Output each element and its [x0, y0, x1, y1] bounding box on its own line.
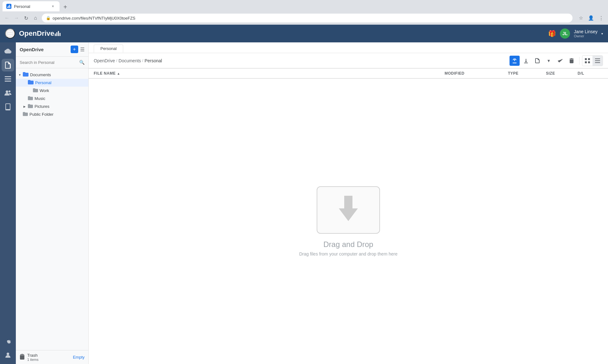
user-full-name: Jane Linsey — [574, 29, 598, 34]
folder-icon-pictures — [28, 104, 33, 109]
hamburger-button[interactable]: ☰ — [5, 28, 15, 39]
folder-icon-documents — [23, 72, 28, 77]
expand-arrow-pictures: ▶ — [23, 105, 28, 108]
delete-button[interactable] — [567, 56, 577, 66]
content-area: Personal OpenDrive / Documents / Persona… — [89, 42, 608, 364]
column-header-type[interactable]: TYPE — [508, 71, 546, 76]
column-header-size[interactable]: SIZE — [546, 71, 578, 76]
logo-text: OpenDrive — [19, 29, 54, 38]
view-toggle-group — [582, 55, 603, 66]
svg-rect-11 — [6, 104, 10, 109]
check-button[interactable] — [555, 56, 565, 66]
browser-actions: ☆ 👤 ⋮ — [576, 14, 605, 22]
sidebar-item-cloud[interactable] — [2, 45, 14, 58]
download-button[interactable] — [521, 56, 531, 66]
empty-trash-button[interactable]: Empty — [73, 355, 85, 360]
main-layout: OpenDrive + ☰ 🔍 ▼ — [0, 42, 608, 364]
tree-item-public-folder[interactable]: Public Folder — [16, 110, 88, 118]
dropdown-arrow-icon: ▾ — [548, 58, 550, 64]
search-box: 🔍 — [16, 57, 88, 68]
svg-rect-5 — [5, 76, 11, 77]
tree-label-documents: Documents — [30, 72, 86, 77]
home-button[interactable]: ⌂ — [31, 14, 40, 22]
tab-close-button[interactable]: × — [50, 3, 56, 9]
drag-drop-area[interactable]: Drag and Drop Drag files from your compu… — [89, 79, 608, 364]
drag-drop-arrow-icon — [336, 196, 361, 224]
forward-button[interactable]: → — [12, 14, 21, 22]
browser-frame: Personal × + ← → ↻ ⌂ 🔒 opendrive.com/fil… — [0, 0, 608, 364]
new-tab-button[interactable]: + — [61, 3, 70, 11]
user-avatar[interactable]: JL — [560, 28, 570, 39]
sidebar-icon-panel — [0, 42, 16, 364]
back-button[interactable]: ← — [3, 14, 11, 22]
column-header-name[interactable]: FILE NAME ▲ — [94, 71, 445, 76]
tree-label-pictures: Pictures — [35, 104, 86, 109]
svg-rect-14 — [585, 58, 587, 60]
sidebar-item-list[interactable] — [2, 73, 14, 85]
new-file-button[interactable] — [532, 56, 542, 66]
drag-drop-box — [317, 186, 380, 234]
tree-item-documents[interactable]: ▼ Documents — [16, 71, 88, 79]
drag-drop-subtitle: Drag files from your computer and drop t… — [299, 251, 397, 256]
grid-view-button[interactable] — [582, 56, 592, 66]
sidebar-item-settings[interactable] — [2, 335, 14, 348]
trash-title: Trash — [27, 353, 70, 358]
user-role: Owner — [574, 34, 598, 38]
panel-title: OpenDrive — [20, 47, 69, 52]
tree-item-music[interactable]: Music — [16, 95, 88, 102]
sidebar-item-files[interactable] — [2, 59, 14, 71]
new-file-dropdown-button[interactable]: ▾ — [544, 56, 554, 66]
sidebar-item-account[interactable] — [2, 349, 14, 361]
list-view-button[interactable] — [592, 56, 603, 66]
tab-indicator-bar: Personal — [89, 42, 608, 53]
column-header-modified[interactable]: MODIFIED — [445, 71, 508, 76]
personal-tab[interactable]: Personal — [94, 45, 123, 53]
tree-item-pictures[interactable]: ▶ Pictures — [16, 102, 88, 110]
panel-header: OpenDrive + ☰ — [16, 42, 88, 57]
trash-icon — [20, 354, 25, 361]
content-toolbar: Personal OpenDrive / Documents / Persona… — [89, 42, 608, 69]
tree-item-personal[interactable]: Personal — [16, 79, 88, 87]
tree-item-work[interactable]: Work — [16, 87, 88, 95]
address-bar[interactable]: 🔒 opendrive.com/files/NTVfNTIyMjU0X0toeF… — [42, 14, 573, 22]
search-input[interactable] — [20, 60, 77, 65]
svg-point-8 — [6, 90, 8, 93]
file-list-body: Drag and Drop Drag files from your compu… — [89, 79, 608, 364]
breadcrumb-opendrive[interactable]: OpenDrive — [94, 58, 115, 63]
menu-button[interactable]: ⋮ — [597, 14, 605, 22]
gift-button[interactable]: 🎁 — [548, 30, 556, 37]
column-header-dl[interactable]: D/L — [578, 71, 603, 76]
refresh-button[interactable]: ↻ — [22, 14, 30, 22]
file-tree: ▼ Documents — [16, 68, 88, 350]
app-header: ☰ OpenDrive — [0, 25, 608, 42]
logo-bars-icon — [55, 31, 60, 36]
user-profile-button[interactable]: 👤 — [586, 14, 595, 22]
svg-rect-18 — [595, 59, 600, 59]
trash-count: 1 items — [27, 358, 70, 361]
toolbar-actions: ▾ — [510, 55, 603, 66]
header-actions: 🎁 JL Jane Linsey Owner ▾ — [548, 28, 603, 39]
svg-rect-2 — [9, 5, 10, 8]
svg-rect-3 — [10, 6, 10, 8]
sidebar-item-users[interactable] — [2, 87, 14, 99]
breadcrumb-documents[interactable]: Documents — [118, 58, 141, 63]
logo-open: Open — [19, 29, 37, 37]
add-folder-button[interactable]: + — [71, 46, 78, 53]
svg-rect-6 — [5, 78, 11, 79]
active-tab[interactable]: Personal × — [3, 1, 60, 11]
tab-title: Personal — [14, 4, 48, 9]
bookmark-button[interactable]: ☆ — [576, 14, 585, 22]
panel-view-toggle[interactable]: ☰ — [80, 46, 85, 52]
column-size-label: SIZE — [546, 71, 555, 76]
user-dropdown-arrow[interactable]: ▾ — [601, 32, 603, 35]
upload-button[interactable] — [510, 56, 520, 66]
tree-label-work: Work — [40, 88, 86, 93]
folder-icon-public — [23, 112, 28, 117]
sidebar-item-tablet[interactable] — [2, 101, 14, 113]
svg-rect-16 — [585, 61, 587, 63]
breadcrumb-current: Personal — [144, 58, 162, 63]
svg-point-12 — [8, 109, 8, 110]
folder-icon-personal — [28, 80, 34, 85]
svg-point-9 — [9, 90, 10, 92]
search-icon[interactable]: 🔍 — [79, 60, 85, 65]
